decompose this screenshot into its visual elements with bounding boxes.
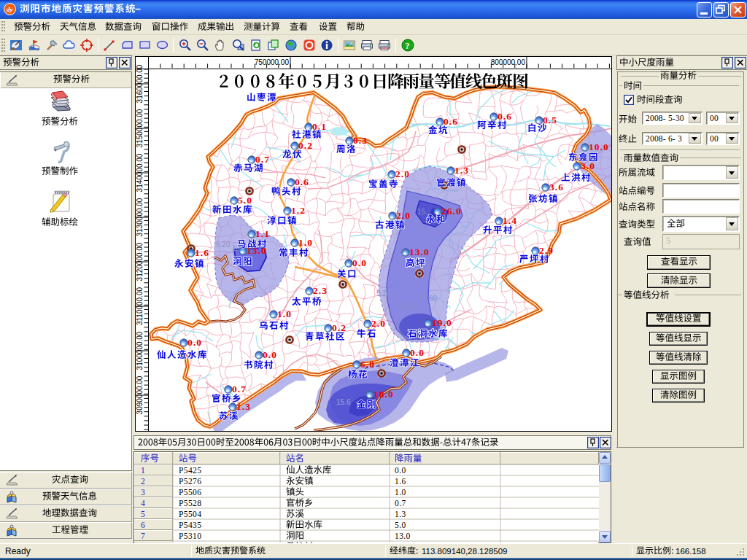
svg-text:2.9: 2.9 (539, 245, 554, 256)
svg-text:3150000.00: 3150000.00 (136, 109, 144, 147)
svg-text:3090000.00: 3090000.00 (136, 376, 144, 414)
svg-text:1.2: 1.2 (291, 205, 306, 216)
svg-text:1.0: 1.0 (298, 237, 313, 248)
svg-text:1.0: 1.0 (277, 308, 292, 319)
svg-text:0.3: 0.3 (353, 135, 368, 146)
svg-text:0.0: 0.0 (187, 337, 202, 348)
svg-text:0.2: 0.2 (332, 322, 347, 333)
svg-text:3130000.00: 3130000.00 (136, 198, 144, 236)
svg-text:800000.00: 800000.00 (491, 58, 526, 66)
svg-text:3120000.00: 3120000.00 (136, 242, 144, 281)
svg-text:1.3: 1.3 (454, 165, 469, 176)
svg-text:3110000.00: 3110000.00 (136, 287, 144, 326)
svg-text:5.0: 5.0 (238, 195, 252, 206)
svg-text:0.0: 0.0 (352, 257, 367, 268)
svg-text:3160000.00: 3160000.00 (136, 64, 144, 103)
svg-text:10.40: 10.40 (398, 303, 417, 311)
svg-text:0.0: 0.0 (263, 349, 277, 360)
svg-text:5.20: 5.20 (376, 289, 391, 298)
svg-text:0.6: 0.6 (444, 116, 458, 127)
svg-text:18.0: 18.0 (374, 389, 394, 400)
svg-text:1.3: 1.3 (236, 401, 251, 412)
svg-text:0.7: 0.7 (232, 384, 247, 394)
svg-text:3.6: 3.6 (549, 182, 564, 192)
svg-text:15.6: 15.6 (336, 398, 351, 406)
svg-text:15.60: 15.60 (419, 295, 437, 303)
svg-text:0.7: 0.7 (255, 154, 270, 165)
svg-text:26.0: 26.0 (441, 206, 462, 217)
svg-text:2.0: 2.0 (395, 168, 410, 179)
svg-text:0.6: 0.6 (295, 176, 309, 187)
svg-text:0.0: 0.0 (410, 347, 425, 358)
svg-text:0.2: 0.2 (298, 140, 313, 151)
svg-text:5.20: 5.20 (216, 241, 231, 249)
svg-text:0.6: 0.6 (498, 111, 512, 122)
svg-text:6.0: 6.0 (360, 359, 375, 370)
svg-text:3140000.00: 3140000.00 (136, 153, 144, 192)
svg-text:0.5: 0.5 (543, 114, 557, 125)
svg-text:3100000.00: 3100000.00 (136, 331, 144, 370)
svg-text:13.0: 13.0 (409, 246, 430, 257)
svg-text:2.0: 2.0 (396, 210, 411, 221)
svg-text:19.0: 19.0 (432, 317, 452, 328)
svg-text:10.0: 10.0 (589, 141, 609, 152)
svg-text:15.: 15. (417, 208, 427, 216)
svg-text:1.6: 1.6 (195, 247, 209, 258)
svg-text:1.1: 1.1 (255, 228, 270, 239)
svg-text:2.0: 2.0 (371, 318, 386, 329)
svg-text:3.0: 3.0 (581, 160, 595, 171)
svg-text:750000.00: 750000.00 (255, 58, 290, 66)
svg-text:13.0: 13.0 (247, 245, 267, 256)
svg-text:1.4: 1.4 (503, 215, 517, 226)
svg-text:2.3: 2.3 (313, 285, 328, 296)
